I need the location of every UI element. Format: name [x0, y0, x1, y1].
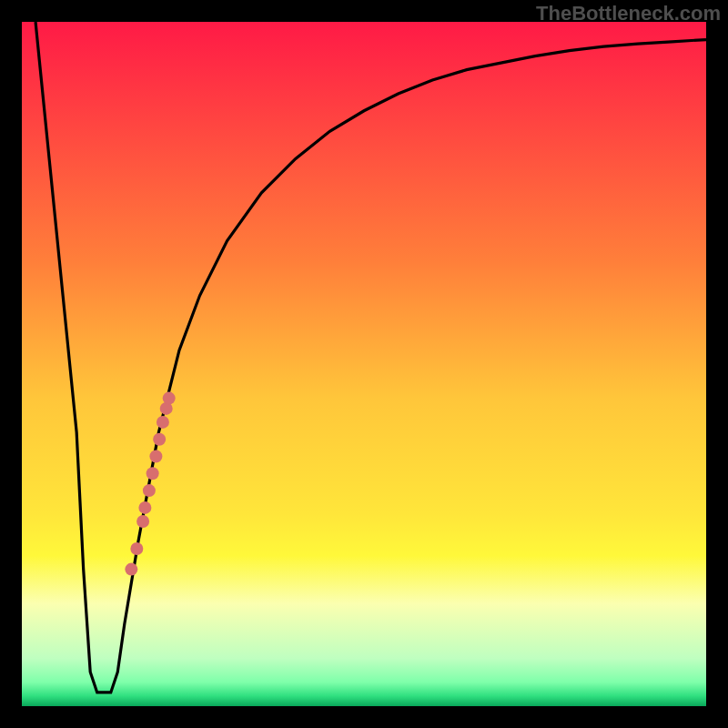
- watermark-text: TheBottleneck.com: [536, 2, 721, 25]
- highlight-dot: [153, 433, 166, 446]
- highlight-dot: [157, 416, 169, 429]
- highlight-dot: [138, 501, 151, 514]
- highlight-dot: [125, 563, 137, 576]
- highlight-dot: [149, 450, 162, 463]
- highlight-dot: [130, 542, 143, 555]
- plot-background: [22, 22, 706, 706]
- highlight-dot: [143, 484, 156, 497]
- highlight-dot: [163, 392, 176, 405]
- highlight-dot: [136, 515, 149, 528]
- highlight-dot: [147, 467, 159, 480]
- bottleneck-chart: TheBottleneck.com: [0, 0, 728, 728]
